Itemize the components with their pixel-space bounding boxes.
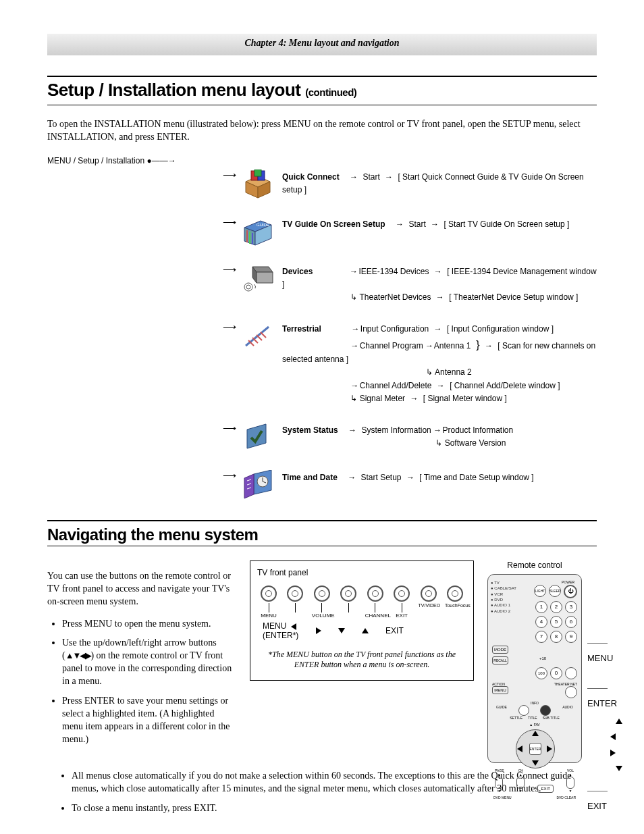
dpad-right-icon bbox=[547, 746, 552, 752]
black-button bbox=[540, 705, 551, 716]
terr-ant2: Antenna 2 bbox=[435, 367, 472, 377]
svg-rect-5 bbox=[254, 170, 261, 176]
hundred-button: 100 bbox=[535, 667, 547, 679]
terr-signal-meter: Signal Meter bbox=[360, 394, 405, 403]
title-rule bbox=[47, 105, 597, 106]
arrow-icon: → bbox=[406, 471, 414, 484]
arrow-right-icon: ⟶ bbox=[223, 170, 236, 180]
intro-text: To open the INSTALLATION menu (illustrat… bbox=[47, 118, 597, 144]
list-item: Press MENU to open the menu system. bbox=[62, 618, 236, 631]
chapter-header: Chapter 4: Menu layout and navigation bbox=[47, 34, 597, 55]
svg-point-17 bbox=[246, 285, 250, 289]
knob-label: CHANNEL bbox=[365, 613, 385, 619]
dpad-down-icon bbox=[532, 760, 539, 766]
tvguide-desc: [ Start TV Guide On Screen setup ] bbox=[444, 219, 569, 229]
arrow-icon: → bbox=[436, 291, 444, 304]
arrow-right-icon: ⟶ bbox=[223, 264, 236, 275]
dvdclear-label: DVD CLEAR bbox=[556, 796, 576, 800]
num-button: 9 bbox=[565, 631, 577, 643]
branch-icon: → bbox=[350, 265, 356, 278]
arrow-icon: → bbox=[385, 171, 393, 184]
subtitle-label: SUB TITLE bbox=[543, 716, 560, 720]
devices-icon bbox=[242, 264, 282, 294]
terr-channel-program: Channel Program bbox=[360, 341, 423, 350]
panel-enter-label: (ENTER*) bbox=[263, 631, 298, 640]
row-quick-connect: ⟶ Quick Connect → Start → [ Start Quick … bbox=[47, 170, 597, 199]
time-date-icon bbox=[242, 470, 282, 500]
tv-panel-diagram: TV front panel MENU VOLUME CHANNEL EXIT … bbox=[250, 561, 474, 763]
row-devices: ⟶ Devices → IEEE-1394 Devices → [ IEEE-1… bbox=[47, 264, 597, 305]
num-button: 6 bbox=[565, 616, 577, 628]
arrow-icon: → bbox=[348, 424, 356, 437]
breadcrumb: MENU / Setup / Installation ●——→ bbox=[47, 156, 597, 165]
callout-enter: ENTER bbox=[587, 698, 617, 708]
num-button: 3 bbox=[565, 601, 577, 613]
volume-knob bbox=[314, 585, 330, 602]
row-time-date: ⟶ Time and Date → Start Setup → [ Time a… bbox=[47, 470, 597, 500]
tvguide-icon: GUIDE bbox=[242, 217, 282, 246]
arrow-icon: → bbox=[396, 218, 404, 231]
nav-text-column: You can use the buttons on the remote co… bbox=[47, 561, 236, 763]
branch-icon: → bbox=[433, 424, 440, 437]
list-item: Press ENTER to save your menu settings o… bbox=[62, 695, 236, 746]
theater-button bbox=[565, 686, 577, 698]
tvvideo-knob bbox=[421, 585, 437, 602]
num-button: 5 bbox=[550, 616, 562, 628]
arrow-right-icon: ⟶ bbox=[223, 321, 236, 332]
triangle-right-icon bbox=[610, 750, 616, 756]
arrow-right-icon: ⟶ bbox=[223, 470, 236, 481]
dpad-up-icon bbox=[532, 731, 539, 736]
menu-diagram: ⟶ Quick Connect → Start → [ Start Quick … bbox=[47, 170, 597, 500]
touchfocus-knob bbox=[447, 585, 463, 602]
num-button: 7 bbox=[535, 631, 547, 643]
svg-point-16 bbox=[244, 283, 252, 291]
quick-connect-label: Quick Connect bbox=[282, 171, 340, 184]
svg-marker-15 bbox=[257, 272, 273, 283]
status-label: System Status bbox=[282, 424, 338, 437]
panel-menu-label: MENU bbox=[263, 621, 286, 631]
dvdmenu-label: DVD MENU bbox=[493, 796, 512, 800]
guide-label: GUIDE bbox=[496, 705, 507, 716]
devices-theater-desc: [ TheaterNet Device Setup window ] bbox=[449, 292, 578, 302]
svg-marker-23 bbox=[247, 424, 266, 448]
terr-add-delete: Channel Add/Delete bbox=[360, 381, 432, 390]
branch-icon: → bbox=[350, 380, 357, 392]
branch-icon: → bbox=[352, 323, 358, 336]
nav-section: You can use the buttons on the remote co… bbox=[47, 561, 597, 763]
terr-ant1: Antenna 1 bbox=[434, 341, 471, 350]
timedate-start: Start Setup bbox=[361, 473, 402, 482]
terrestrial-icon bbox=[242, 321, 282, 351]
arrow-icon: → bbox=[434, 265, 442, 278]
arrow-icon: → bbox=[431, 218, 439, 231]
callout-menu: MENU bbox=[587, 653, 613, 663]
devices-ieee: IEEE-1394 Devices bbox=[358, 267, 429, 276]
terr-input-config: Input Configuration bbox=[360, 324, 429, 334]
exit-button: EXIT bbox=[537, 785, 554, 793]
list-item: To close a menu instantly, press EXIT. bbox=[72, 802, 597, 815]
knob-label: TV/VIDEO bbox=[419, 603, 439, 608]
row-system-status: ⟶ System Status → System Information → P… bbox=[47, 423, 597, 452]
branch-end-icon: ↳ bbox=[426, 366, 433, 379]
tvguide-start: Start bbox=[408, 219, 425, 229]
arrow-icon: → bbox=[485, 340, 493, 353]
dpad: ENTER bbox=[516, 729, 554, 767]
arrow-right-icon: ⟶ bbox=[223, 423, 236, 434]
svg-marker-25 bbox=[244, 474, 254, 498]
branch-icon: → bbox=[425, 340, 432, 353]
channel-knob bbox=[367, 585, 383, 602]
callout-exit: EXIT bbox=[587, 801, 607, 811]
terrestrial-label: Terrestrial bbox=[282, 323, 321, 336]
triangle-up-icon bbox=[362, 628, 369, 633]
terr-add-delete-desc: [ Channel Add/Delete window ] bbox=[450, 381, 560, 390]
num-button: 4 bbox=[535, 616, 547, 628]
panel-exit-label: EXIT bbox=[385, 626, 404, 635]
section-rule bbox=[47, 546, 597, 547]
num-button: 2 bbox=[550, 601, 562, 613]
knob-label: TouchFocus bbox=[445, 603, 465, 608]
arrow-icon: → bbox=[437, 380, 445, 392]
breadcrumb-text: MENU / Setup / Installation bbox=[47, 156, 144, 165]
title-continued: (continued) bbox=[305, 86, 356, 98]
tv-panel-title: TV front panel bbox=[257, 568, 466, 577]
channel-knob bbox=[340, 585, 356, 602]
num-button: 8 bbox=[550, 631, 562, 643]
